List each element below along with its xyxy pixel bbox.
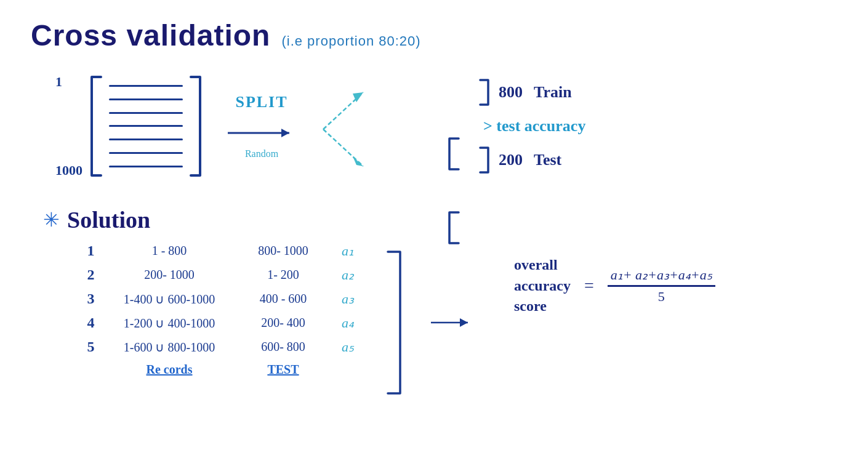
fold-train-3: 1-400 ∪ 600-1000 — [102, 292, 237, 307]
data-line-2 — [109, 98, 183, 100]
dataset-top-label: 1 — [55, 74, 82, 90]
data-line-7 — [109, 166, 183, 167]
output-arrows — [317, 80, 379, 179]
fold-row-1: 1 1 - 800 800- 1000 a₁ — [80, 243, 366, 259]
fold-acc-5: a₅ — [329, 339, 366, 355]
fraction-denominator: 5 — [658, 287, 665, 305]
fold-train-5: 1-600 ∪ 800-1000 — [102, 340, 237, 355]
svg-marker-7 — [460, 318, 468, 327]
solution-title: Solution — [67, 206, 150, 233]
arrow-svg — [225, 114, 299, 151]
upper-output-bracket — [443, 135, 462, 172]
overall-label-1: overall — [514, 255, 558, 276]
bracket-labels: 1 1000 — [55, 74, 82, 179]
test-label: Test — [534, 151, 561, 169]
fold-train-2: 200- 1000 — [102, 268, 237, 282]
data-lines — [109, 82, 183, 171]
output-brackets — [443, 135, 462, 246]
test-count: 200 — [499, 151, 523, 169]
col-header-records: Re cords — [102, 363, 237, 377]
test-bracket-svg — [477, 145, 492, 175]
equals-sign: = — [584, 276, 594, 295]
data-line-4 — [109, 125, 183, 127]
main-title: Cross validation — [31, 18, 270, 52]
fold-acc-3: a₃ — [329, 291, 366, 307]
fold-row-4: 4 1-200 ∪ 400-1000 200- 400 a₄ — [80, 315, 366, 331]
solution-star: ✳ — [43, 208, 60, 231]
fold-row-5: 5 1-600 ∪ 800-1000 600- 800 a₅ — [80, 339, 366, 355]
split-label: SPLIT — [235, 93, 287, 111]
table-area: 1 1 - 800 800- 1000 a₁ 2 200- 1000 1- 20… — [80, 243, 837, 400]
overall-label-block: overall accuracy score — [514, 255, 571, 317]
lower-output-bracket — [443, 209, 462, 246]
title-area: Cross validation (i.e proportion 80:20) — [31, 18, 837, 52]
fraction: a₁+ a₂+a₃+a₄+a₅ 5 — [608, 267, 715, 305]
right-info: 800 Train > test accuracy 200 Test — [477, 74, 585, 179]
page: Cross validation (i.e proportion 80:20) … — [0, 0, 868, 458]
fold-num-1: 1 — [80, 243, 102, 259]
data-line-6 — [109, 152, 183, 154]
fold-row-2: 2 200- 1000 1- 200 a₂ — [80, 267, 366, 283]
fold-acc-4: a₄ — [329, 315, 366, 331]
dataset-bracket: 1 1000 — [55, 74, 206, 179]
fold-test-1: 800- 1000 — [237, 244, 329, 258]
test-accuracy-text: > test accuracy — [483, 117, 585, 135]
solution-section: ✳ Solution 1 1 - 800 800- 1000 a₁ 2 200-… — [43, 206, 837, 400]
test-accuracy-row: > test accuracy — [483, 117, 585, 135]
solution-header: ✳ Solution — [43, 206, 837, 233]
col-header-test: TEST — [237, 363, 329, 377]
train-row: 800 Train — [477, 77, 585, 108]
fold-num-5: 5 — [80, 339, 102, 355]
overall-label-3: score — [514, 296, 547, 317]
fold-test-4: 200- 400 — [237, 316, 329, 330]
fold-num-4: 4 — [80, 315, 102, 331]
fold-test-5: 600- 800 — [237, 340, 329, 354]
fold-train-1: 1 - 800 — [102, 244, 237, 258]
left-bracket-svg — [86, 74, 104, 179]
test-row: 200 Test — [477, 145, 585, 175]
folds-table: 1 1 - 800 800- 1000 a₁ 2 200- 1000 1- 20… — [80, 243, 366, 380]
formula-row: overall accuracy score = a₁+ a₂+a₃+a₄+a₅… — [514, 255, 715, 317]
fold-acc-2: a₂ — [329, 267, 366, 283]
right-bracket-svg — [188, 74, 206, 179]
fold-row-3: 3 1-400 ∪ 600-1000 400 - 600 a₃ — [80, 291, 366, 307]
train-label: Train — [534, 83, 572, 102]
formula-section: overall accuracy score = a₁+ a₂+a₃+a₄+a₅… — [514, 255, 715, 317]
fold-acc-1: a₁ — [329, 243, 366, 259]
data-line-5 — [109, 139, 183, 140]
fraction-numerator: a₁+ a₂+a₃+a₄+a₅ — [608, 267, 715, 287]
subtitle: (i.e proportion 80:20) — [281, 33, 420, 49]
fold-num-2: 2 — [80, 267, 102, 283]
split-arrow-area: SPLIT Random — [225, 93, 299, 159]
random-label: Random — [245, 148, 278, 159]
formula-arrow-svg — [428, 246, 477, 400]
acc-bracket-svg — [385, 246, 409, 400]
diagram-section: 1 1000 SPLIT — [55, 65, 837, 188]
folds-rows: 1 1 - 800 800- 1000 a₁ 2 200- 1000 1- 20… — [80, 243, 366, 355]
dataset-bottom-label: 1000 — [55, 163, 82, 179]
data-line-3 — [109, 112, 183, 114]
train-count: 800 — [499, 83, 523, 102]
svg-marker-1 — [281, 129, 289, 137]
data-line-1 — [109, 85, 183, 87]
svg-marker-5 — [353, 156, 363, 166]
overall-label-2: accuracy — [514, 276, 571, 297]
col-headers: Re cords TEST — [102, 363, 366, 377]
fold-num-3: 3 — [80, 291, 102, 307]
fold-train-4: 1-200 ∪ 400-1000 — [102, 316, 237, 331]
train-bracket-svg — [477, 77, 492, 108]
fold-test-3: 400 - 600 — [237, 292, 329, 306]
dashed-arrows-svg — [317, 80, 379, 179]
fold-test-2: 1- 200 — [237, 268, 329, 282]
